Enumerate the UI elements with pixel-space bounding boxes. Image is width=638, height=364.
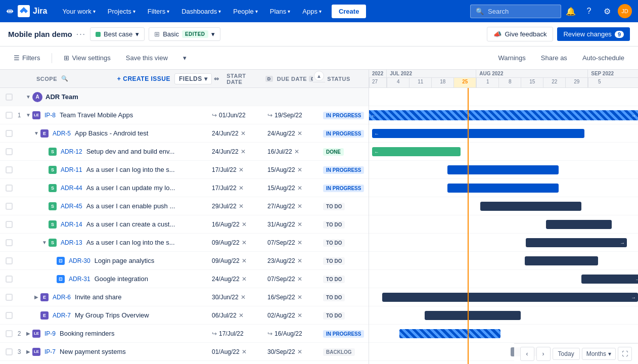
filters-button[interactable]: ☰ Filters (8, 51, 45, 65)
issue-id[interactable]: ADR-12 (61, 148, 82, 155)
expand-icon[interactable]: ⇔ (214, 75, 219, 82)
remove-icon[interactable]: ✕ (297, 221, 302, 228)
more-options-button[interactable]: ▾ (177, 51, 192, 65)
feedback-button[interactable]: 📣 Give feedback (487, 27, 553, 41)
issue-id[interactable]: ADR-44 (61, 185, 82, 192)
chevron-down-icon: ▾ (211, 30, 215, 38)
gantt-bar[interactable] (546, 220, 612, 229)
expand-icon[interactable]: ▶ (32, 294, 40, 300)
issue-id[interactable]: ADR-13 (61, 239, 82, 246)
remove-icon[interactable]: ✕ (242, 239, 247, 246)
save-view-button[interactable]: Save this view (120, 51, 173, 65)
collapse-toggle[interactable]: ▲ (313, 70, 325, 82)
expand-icon[interactable]: ▼ (24, 94, 32, 100)
remove-icon[interactable]: ✕ (297, 257, 302, 264)
issue-id[interactable]: ADR-7 (53, 312, 71, 319)
table-row: S ADR-14 As a user I can create a cust..… (0, 215, 369, 234)
remove-icon[interactable]: ✕ (239, 312, 244, 319)
scope-search-icon[interactable]: 🔍 (61, 75, 69, 82)
issue-id[interactable]: ADR-30 (69, 257, 90, 264)
more-options-button[interactable]: ··· (76, 30, 86, 39)
issue-id[interactable]: IP-9 (44, 330, 56, 337)
gantt-bar[interactable] (447, 165, 559, 174)
gantt-bar[interactable]: → (581, 275, 638, 284)
remove-icon[interactable]: ✕ (297, 130, 302, 137)
remove-icon[interactable]: ✕ (241, 148, 246, 155)
nav-projects[interactable]: Projects ▾ (103, 6, 141, 17)
gantt-bar[interactable]: ← (372, 147, 461, 156)
nav-yourwork[interactable]: Your work ▾ (57, 6, 100, 17)
row-checkbox[interactable] (4, 94, 14, 101)
start-date: 24/Jun/22 ✕ (208, 130, 263, 137)
create-button[interactable]: Create (332, 5, 366, 18)
search-bar[interactable]: 🔍 Search (470, 5, 561, 18)
collapse-icon[interactable]: ▲ (314, 71, 324, 81)
gantt-bar[interactable]: → (526, 238, 627, 247)
gantt-bar[interactable]: → (382, 293, 638, 302)
expand-icon[interactable]: ▶ (24, 349, 32, 354)
gantt-bar[interactable]: ← → (369, 110, 638, 120)
remove-icon[interactable]: ✕ (242, 257, 247, 264)
share-button[interactable]: Share as (535, 51, 573, 65)
remove-icon[interactable]: ✕ (297, 348, 302, 355)
remove-icon[interactable]: ✕ (294, 148, 299, 155)
gantt-bar[interactable] (525, 256, 598, 265)
avatar[interactable]: JD (618, 4, 632, 18)
jira-logo[interactable]: Jira (18, 5, 47, 17)
remove-icon[interactable]: ✕ (241, 294, 246, 301)
remove-icon[interactable]: ✕ (242, 348, 247, 355)
gantt-bar[interactable] (425, 311, 521, 320)
remove-icon[interactable]: ✕ (239, 203, 244, 210)
issue-id[interactable]: ADR-14 (61, 221, 82, 228)
issue-id[interactable]: ADR-31 (69, 276, 90, 283)
autoschedule-button[interactable]: Auto-schedule (577, 51, 630, 65)
expand-icon[interactable]: ▶ (24, 331, 32, 336)
remove-icon[interactable]: ✕ (297, 312, 302, 319)
view-mode-selector[interactable]: ⊞ Basic EDITED ▾ (149, 27, 220, 41)
issue-id[interactable]: ADR-45 (61, 203, 82, 210)
create-issue-button[interactable]: + Create issue (115, 74, 172, 83)
settings-icon[interactable]: ⚙ (600, 4, 615, 19)
remove-icon[interactable]: ✕ (239, 166, 244, 173)
remove-icon[interactable]: ✕ (239, 185, 244, 192)
gantt-bar[interactable]: ← (372, 129, 584, 138)
next-nav-button[interactable]: › (536, 347, 551, 361)
gantt-bar[interactable] (399, 329, 500, 338)
review-changes-button[interactable]: Review changes 9 (557, 27, 630, 41)
help-icon[interactable]: ? (581, 4, 597, 19)
expand-icon[interactable]: ▼ (40, 240, 49, 245)
today-button[interactable]: Today (553, 348, 580, 360)
months-dropdown[interactable]: Months ▾ (582, 348, 616, 360)
nav-dashboards[interactable]: Dashboards ▾ (176, 6, 226, 17)
remove-icon[interactable]: ✕ (297, 239, 302, 246)
remove-icon[interactable]: ✕ (297, 185, 302, 192)
fullscreen-button[interactable]: ⛶ (618, 347, 632, 361)
remove-icon[interactable]: ✕ (297, 203, 302, 210)
expand-icon[interactable]: ▼ (32, 130, 40, 136)
nav-apps[interactable]: Apps ▾ (297, 6, 327, 17)
remove-icon[interactable]: ✕ (297, 166, 302, 173)
expand-icon[interactable]: ▼ (24, 112, 32, 118)
remove-icon[interactable]: ✕ (242, 221, 247, 228)
nav-people[interactable]: People ▾ (228, 6, 262, 17)
gantt-bar[interactable] (447, 184, 559, 193)
fields-button[interactable]: Fields ▾ (174, 73, 212, 84)
issue-id[interactable]: IP-7 (44, 348, 56, 355)
nav-filters[interactable]: Filters ▾ (143, 6, 174, 17)
remove-icon[interactable]: ✕ (297, 276, 302, 283)
remove-icon[interactable]: ✕ (242, 276, 247, 283)
nav-plans[interactable]: Plans ▾ (265, 6, 296, 17)
gantt-bar[interactable] (480, 202, 581, 211)
issue-id[interactable]: ADR-11 (61, 166, 82, 173)
apps-icon[interactable]: ⇼ (6, 6, 14, 17)
remove-icon[interactable]: ✕ (297, 294, 302, 301)
prev-nav-button[interactable]: ‹ (520, 347, 534, 361)
remove-icon[interactable]: ✕ (241, 130, 246, 137)
scenario-selector[interactable]: Best case ▾ (90, 27, 145, 41)
issue-id[interactable]: IP-8 (44, 112, 56, 119)
notifications-icon[interactable]: 🔔 (563, 4, 578, 19)
issue-id[interactable]: ADR-6 (53, 294, 71, 301)
warnings-button[interactable]: Warnings (492, 51, 531, 65)
issue-id[interactable]: ADR-5 (53, 130, 71, 137)
view-settings-button[interactable]: ⊞ View settings (58, 51, 116, 65)
